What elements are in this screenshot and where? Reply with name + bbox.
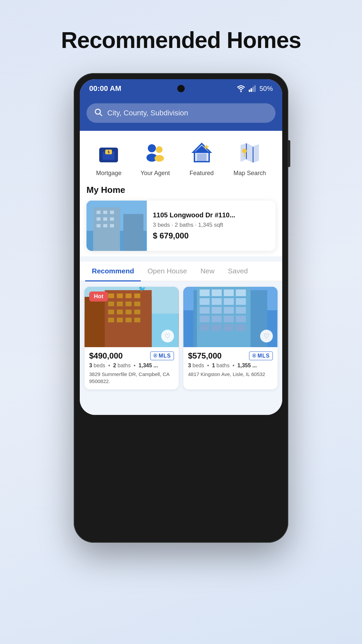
svg-rect-1 — [249, 90, 250, 92]
property-card-1[interactable]: 🐦 Hot ♡ $490,000 ® MLS 3 beds • — [84, 287, 179, 389]
svg-point-23 — [242, 149, 247, 153]
mls-badge-2: ® MLS — [249, 352, 273, 360]
listing-1-price: $490,000 — [89, 351, 123, 361]
svg-rect-76 — [212, 316, 222, 322]
map-search-label: Map Search — [233, 170, 266, 177]
agent-icon-container — [142, 140, 168, 166]
beds-1: 3 — [89, 363, 92, 368]
svg-rect-72 — [212, 307, 222, 314]
svg-rect-48 — [126, 302, 132, 306]
svg-rect-79 — [200, 324, 210, 331]
svg-rect-75 — [200, 316, 210, 322]
svg-rect-68 — [212, 298, 222, 305]
favorite-button-1[interactable]: ♡ — [161, 330, 174, 342]
mortgage-icon: $ — [97, 141, 121, 165]
side-button — [288, 140, 290, 167]
search-placeholder-text: City, County, Subdivision — [107, 109, 188, 117]
beds-2: 3 — [188, 363, 191, 368]
property-info-2: $575,000 ® MLS 3 beds • 1 baths • 1,355 … — [183, 347, 278, 382]
property-image-1: 🐦 Hot ♡ — [84, 287, 179, 347]
svg-rect-35 — [97, 224, 101, 227]
mortgage-icon-container: $ — [96, 140, 121, 166]
svg-rect-37 — [110, 224, 114, 227]
svg-rect-2 — [250, 88, 252, 92]
search-icon — [94, 108, 103, 118]
agent-icon — [143, 141, 167, 165]
page-title: Recommended Homes — [61, 27, 301, 53]
listing-1-details: 3 beds • 2 baths • 1,345 ... — [89, 363, 174, 369]
tab-saved[interactable]: Saved — [221, 262, 255, 281]
status-bar: 00:00 AM 50% — [80, 79, 282, 98]
my-home-section: My Home — [80, 185, 282, 256]
svg-rect-65 — [224, 289, 234, 296]
my-home-details: 3 beds · 2 baths · 1,345 sqft — [153, 222, 269, 228]
quick-actions: $ Mortgage — [80, 131, 282, 185]
action-your-agent[interactable]: Your Agent — [140, 140, 170, 177]
battery-indicator: 50% — [259, 85, 273, 93]
svg-rect-81 — [224, 324, 234, 331]
search-icon-svg — [94, 108, 103, 116]
svg-rect-69 — [224, 298, 234, 305]
svg-rect-42 — [108, 293, 114, 298]
action-mortgage[interactable]: $ Mortgage — [96, 140, 121, 177]
my-home-title: My Home — [86, 185, 276, 195]
svg-rect-54 — [108, 318, 114, 322]
svg-point-14 — [155, 155, 164, 162]
listing-1-address: 3829 Summerfile DR, Campbell, CA 9500822… — [89, 371, 174, 385]
listing-2-address: 4817 Kingston Ave, Lisle, IL 60532 — [188, 371, 273, 378]
svg-rect-66 — [236, 289, 246, 296]
svg-line-6 — [100, 114, 102, 116]
svg-rect-70 — [236, 298, 246, 305]
svg-rect-33 — [103, 217, 107, 221]
tab-recommend[interactable]: Recommend — [85, 262, 141, 281]
svg-rect-78 — [236, 316, 246, 322]
tab-new[interactable]: New — [194, 262, 221, 281]
svg-rect-36 — [103, 224, 107, 227]
tabs-bar: Recommend Open House New Saved — [80, 262, 282, 281]
svg-rect-57 — [134, 318, 140, 322]
svg-rect-34 — [110, 217, 114, 221]
property-card-2[interactable]: ♡ $575,000 ® MLS 3 beds • 1 baths • 1,35… — [183, 287, 278, 389]
svg-rect-56 — [126, 318, 132, 322]
wifi-icon — [237, 85, 245, 92]
search-area: City, County, Subdivision — [80, 98, 282, 131]
listing-2-price: $575,000 — [188, 351, 222, 361]
svg-rect-3 — [252, 87, 254, 92]
svg-rect-18 — [197, 154, 206, 162]
svg-rect-63 — [200, 289, 210, 296]
svg-rect-29 — [97, 211, 101, 214]
featured-icon — [190, 141, 214, 165]
tab-open-house[interactable]: Open House — [141, 262, 194, 281]
mls-badge-1: ® MLS — [150, 352, 174, 360]
favorite-button-2[interactable]: ♡ — [260, 330, 273, 342]
svg-rect-44 — [126, 293, 132, 298]
phone-frame: 00:00 AM 50% — [74, 73, 288, 543]
svg-rect-45 — [134, 293, 140, 298]
svg-rect-46 — [108, 302, 114, 306]
content-area: $ Mortgage — [80, 131, 282, 256]
map-search-icon — [238, 141, 262, 165]
my-home-image — [86, 201, 147, 251]
action-featured[interactable]: Featured — [189, 140, 215, 177]
mortgage-label: Mortgage — [96, 170, 121, 177]
action-map-search[interactable]: Map Search — [233, 140, 266, 177]
featured-label: Featured — [190, 170, 214, 177]
my-home-info: 1105 Longwood Dr #110... 3 beds · 2 bath… — [147, 201, 276, 251]
svg-rect-49 — [134, 302, 140, 306]
price-row-2: $575,000 ® MLS — [188, 351, 273, 361]
search-bar[interactable]: City, County, Subdivision — [86, 103, 276, 123]
status-time: 00:00 AM — [89, 84, 121, 93]
my-home-card[interactable]: 1105 Longwood Dr #110... 3 beds · 2 bath… — [86, 201, 276, 251]
map-search-icon-container — [237, 140, 262, 166]
svg-rect-50 — [108, 310, 114, 314]
mls-text: MLS — [159, 353, 171, 359]
svg-rect-73 — [224, 307, 234, 314]
svg-rect-4 — [254, 85, 255, 92]
featured-icon-container — [189, 140, 215, 166]
svg-point-0 — [240, 91, 242, 92]
svg-rect-71 — [200, 307, 210, 314]
agent-label: Your Agent — [140, 170, 170, 177]
svg-rect-47 — [117, 302, 123, 306]
svg-rect-31 — [110, 211, 114, 214]
phone-screen: 00:00 AM 50% — [80, 79, 282, 415]
